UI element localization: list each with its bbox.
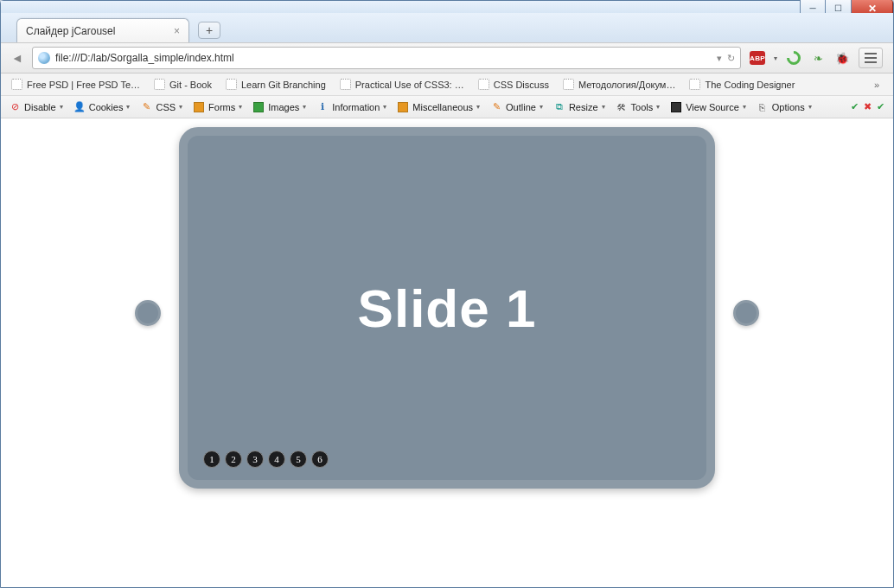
pager-dot[interactable]: 3	[246, 451, 264, 468]
url-right-icons: ▾ ↻	[717, 53, 735, 64]
dev-misc[interactable]: Miscellaneous▾	[394, 100, 482, 114]
cookies-icon: 👤	[73, 101, 86, 113]
dropdown-icon[interactable]: ▾	[717, 53, 722, 64]
dev-label: Outline	[506, 102, 536, 112]
dev-outline[interactable]: ✎Outline▾	[488, 100, 546, 114]
misc-icon	[397, 101, 409, 113]
error-icon[interactable]: ✖	[864, 101, 872, 112]
bookmark-item[interactable]: Free PSD | Free PSD Te…	[8, 77, 144, 92]
options-icon: ⎘	[757, 101, 769, 113]
navbar: ◄ file:///D:/lab/Sorgalla_simple/index.h…	[1, 42, 893, 74]
carousel-slide: Slide 1 1 2 3 4 5 6	[179, 127, 715, 489]
page-icon	[689, 79, 700, 90]
dev-view-source[interactable]: View Source▾	[667, 100, 749, 114]
toolbar-right-icons: ABP ▾ ❧ 🐞	[744, 48, 888, 68]
dev-label: Images	[268, 102, 299, 112]
check-icon[interactable]: ✔	[851, 101, 859, 112]
pager-dot[interactable]: 5	[290, 451, 307, 468]
page-icon	[478, 79, 489, 90]
dev-disable[interactable]: ⊘Disable▾	[6, 100, 66, 114]
bookmark-item[interactable]: Practical Use of CSS3: …	[336, 77, 468, 92]
titlebar: ─ ☐ ✕	[1, 1, 893, 13]
dev-forms[interactable]: Forms▾	[190, 100, 245, 114]
new-tab-button[interactable]: +	[198, 22, 220, 39]
dev-information[interactable]: ℹInformation▾	[314, 100, 389, 114]
bookmark-label: The Coding Designer	[705, 80, 795, 90]
tabstrip: Слайдер jCarousel × +	[1, 13, 893, 42]
green-ring-icon[interactable]	[786, 50, 801, 66]
dev-status-icons: ✔ ✖ ✔	[851, 101, 888, 112]
dev-label: Cookies	[89, 102, 124, 112]
disable-icon: ⊘	[9, 101, 21, 113]
dev-resize[interactable]: ⧉Resize▾	[551, 100, 608, 114]
source-icon	[670, 101, 682, 113]
tab-active[interactable]: Слайдер jCarousel ×	[16, 18, 189, 42]
pager-dot[interactable]: 2	[225, 451, 242, 468]
page-icon	[226, 79, 237, 90]
page-content: Slide 1 1 2 3 4 5 6	[1, 118, 893, 587]
page-icon	[340, 79, 351, 90]
adblock-caret-icon[interactable]: ▾	[774, 54, 777, 62]
bookmark-item[interactable]: Learn Git Branching	[222, 77, 329, 92]
globe-icon	[38, 52, 50, 64]
dev-label: Resize	[569, 102, 598, 112]
url-bar[interactable]: file:///D:/lab/Sorgalla_simple/index.htm…	[32, 47, 741, 69]
bookmarks-overflow-button[interactable]: »	[867, 77, 886, 93]
leaf-icon[interactable]: ❧	[810, 50, 826, 66]
menu-button[interactable]	[859, 48, 883, 68]
dev-label: View Source	[686, 102, 739, 112]
bookmark-item[interactable]: Методология/Докум…	[559, 77, 680, 92]
dev-label: Forms	[208, 102, 235, 112]
dev-cookies[interactable]: 👤Cookies▾	[71, 100, 133, 114]
bug-icon[interactable]: 🐞	[834, 50, 850, 66]
bookmarks-bar: Free PSD | Free PSD Te… Git - Book Learn…	[1, 74, 893, 96]
tab-close-icon[interactable]: ×	[174, 25, 180, 37]
bookmark-label: CSS Discuss	[494, 80, 549, 90]
bookmark-label: Practical Use of CSS3: …	[355, 80, 464, 90]
bookmark-label: Git - Book	[169, 80, 212, 90]
forms-icon	[193, 101, 205, 113]
dev-options[interactable]: ⎘Options▾	[754, 100, 814, 114]
pager-dot[interactable]: 4	[268, 451, 285, 468]
dev-label: Options	[772, 102, 805, 112]
bookmark-label: Learn Git Branching	[241, 80, 326, 90]
page-icon	[11, 79, 22, 90]
dev-label: Tools	[631, 102, 654, 112]
images-icon	[252, 101, 265, 113]
carousel: Slide 1 1 2 3 4 5 6	[170, 127, 724, 489]
dev-css[interactable]: ✎CSS▾	[137, 100, 185, 114]
bookmark-item[interactable]: CSS Discuss	[475, 77, 552, 92]
outline-icon: ✎	[490, 101, 502, 113]
bookmark-item[interactable]: Git - Book	[150, 77, 215, 92]
adblock-icon[interactable]: ABP	[750, 51, 765, 65]
dev-label: Miscellaneous	[412, 102, 473, 112]
resize-icon: ⧉	[553, 101, 565, 113]
check-icon[interactable]: ✔	[877, 101, 884, 112]
dev-label: CSS	[156, 102, 176, 112]
bookmark-item[interactable]: The Coding Designer	[686, 77, 798, 92]
dev-label: Information	[332, 102, 380, 112]
webdev-toolbar: ⊘Disable▾ 👤Cookies▾ ✎CSS▾ Forms▾ Images▾…	[1, 96, 893, 118]
carousel-pager: 1 2 3 4 5 6	[203, 451, 329, 468]
page-icon	[563, 79, 574, 90]
back-button[interactable]: ◄	[6, 47, 29, 69]
browser-window: ─ ☐ ✕ Слайдер jCarousel × + ◄ file:///D:…	[0, 0, 894, 588]
url-text: file:///D:/lab/Sorgalla_simple/index.htm…	[55, 52, 234, 64]
dev-label: Disable	[24, 102, 56, 112]
info-icon: ℹ	[316, 101, 329, 113]
dev-images[interactable]: Images▾	[250, 100, 309, 114]
bookmark-label: Методология/Докум…	[578, 80, 676, 90]
bookmark-label: Free PSD | Free PSD Te…	[27, 80, 140, 90]
carousel-prev-button[interactable]	[135, 300, 161, 326]
pager-dot[interactable]: 6	[311, 451, 329, 468]
tools-icon: 🛠	[616, 101, 628, 113]
reload-icon[interactable]: ↻	[727, 53, 735, 64]
pager-dot[interactable]: 1	[203, 451, 220, 468]
slide-title: Slide 1	[358, 278, 537, 339]
page-icon	[154, 79, 165, 90]
css-icon: ✎	[140, 101, 152, 113]
dev-tools[interactable]: 🛠Tools▾	[613, 100, 663, 114]
tab-title: Слайдер jCarousel	[26, 25, 115, 37]
carousel-next-button[interactable]	[733, 300, 759, 326]
